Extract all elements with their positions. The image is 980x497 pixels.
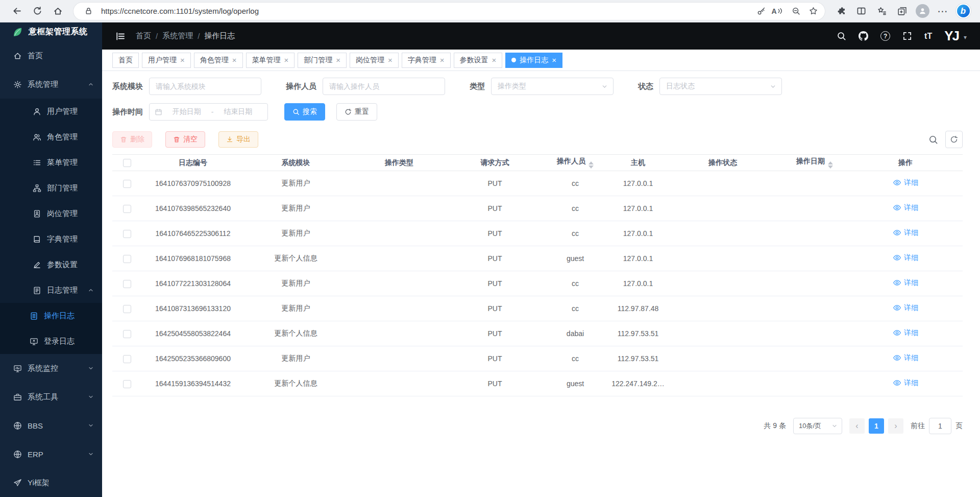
- sidebar-item-log-mgmt[interactable]: 日志管理: [0, 277, 102, 303]
- close-icon[interactable]: ×: [336, 56, 340, 64]
- jump-input[interactable]: [929, 418, 951, 434]
- row-checkbox[interactable]: [123, 380, 131, 388]
- sort-icon[interactable]: [589, 161, 594, 169]
- table-row[interactable]: 1644159136394514432 更新个人信息 PUT guest 122…: [112, 371, 963, 396]
- sidebar-toggle-icon[interactable]: [115, 31, 126, 41]
- detail-link[interactable]: 详细: [893, 378, 918, 388]
- fullscreen-icon[interactable]: [902, 31, 912, 41]
- sidebar-item-login-log[interactable]: 登录日志: [0, 328, 102, 354]
- close-icon[interactable]: ×: [492, 56, 497, 64]
- close-icon[interactable]: ×: [284, 56, 289, 64]
- sidebar-item-bbs[interactable]: BBS: [0, 411, 102, 440]
- address-bar[interactable]: https://ccnetcore.com:1101/system/log/op…: [74, 3, 825, 20]
- select-all-checkbox[interactable]: [123, 159, 131, 167]
- row-checkbox[interactable]: [123, 280, 131, 288]
- tab-oper-log[interactable]: 操作日志×: [505, 53, 562, 68]
- next-page-button[interactable]: ›: [888, 418, 903, 434]
- sidebar-item-system-monitor[interactable]: 系统监控: [0, 354, 102, 383]
- row-checkbox[interactable]: [123, 305, 131, 313]
- password-key-icon[interactable]: [752, 4, 770, 19]
- row-checkbox[interactable]: [123, 355, 131, 363]
- app-logo[interactable]: 意框架管理系统: [0, 22, 102, 41]
- table-search-icon[interactable]: [928, 135, 938, 145]
- row-checkbox[interactable]: [123, 230, 131, 238]
- sidebar-item-dept-mgmt[interactable]: 部门管理: [0, 175, 102, 201]
- tab-home[interactable]: 首页: [112, 53, 139, 68]
- tab-post-mgmt[interactable]: 岗位管理×: [350, 53, 399, 68]
- search-button[interactable]: 搜索: [284, 103, 325, 121]
- table-row[interactable]: 1641077221303128064 更新用户 PUT cc 127.0.0.…: [112, 271, 963, 296]
- split-screen-icon[interactable]: [851, 2, 871, 20]
- page-size-select[interactable]: 10条/页: [793, 418, 842, 434]
- close-icon[interactable]: ×: [232, 56, 237, 64]
- sidebar-item-system-mgmt[interactable]: 系统管理: [0, 70, 102, 99]
- back-icon[interactable]: [7, 2, 27, 20]
- table-row[interactable]: 1641076398565232640 更新用户 PUT cc 127.0.0.…: [112, 196, 963, 221]
- detail-link[interactable]: 详细: [893, 278, 918, 288]
- table-row[interactable]: 1641087313696133120 更新用户 PUT cc 112.97.8…: [112, 296, 963, 321]
- clear-button[interactable]: 清空: [165, 131, 205, 148]
- detail-link[interactable]: 详细: [893, 328, 918, 338]
- breadcrumb-home[interactable]: 首页: [136, 31, 151, 41]
- detail-link[interactable]: 详细: [893, 228, 918, 238]
- module-input[interactable]: [149, 78, 261, 95]
- tab-menu-mgmt[interactable]: 菜单管理×: [246, 53, 295, 68]
- user-caret-icon[interactable]: ▾: [964, 34, 967, 44]
- url-text[interactable]: https://ccnetcore.com:1101/system/log/op…: [101, 7, 752, 15]
- copilot-bing-icon[interactable]: b: [953, 2, 973, 20]
- sidebar-item-param-settings[interactable]: 参数设置: [0, 252, 102, 277]
- col-operator[interactable]: 操作人员: [539, 155, 611, 171]
- status-select[interactable]: 日志状态: [659, 78, 782, 95]
- tab-param-settings[interactable]: 参数设置×: [454, 53, 503, 68]
- prev-page-button[interactable]: ‹: [849, 418, 865, 434]
- detail-link[interactable]: 详细: [893, 203, 918, 212]
- read-aloud-icon[interactable]: A: [770, 4, 787, 19]
- tab-dept-mgmt[interactable]: 部门管理×: [298, 53, 347, 68]
- breadcrumb-system[interactable]: 系统管理: [162, 31, 193, 41]
- reset-button[interactable]: 重置: [336, 103, 377, 121]
- search-icon[interactable]: [837, 31, 846, 41]
- collections-icon[interactable]: [892, 2, 912, 20]
- table-row[interactable]: 1641076465225306112 更新用户 PUT cc 127.0.0.…: [112, 221, 963, 246]
- export-button[interactable]: 导出: [218, 131, 258, 148]
- sidebar-item-role-mgmt[interactable]: 角色管理: [0, 124, 102, 150]
- date-range-picker[interactable]: 开始日期 - 结束日期: [149, 103, 268, 121]
- sidebar-item-home[interactable]: 首页: [0, 41, 102, 70]
- font-size-icon[interactable]: tT: [924, 32, 932, 41]
- table-row[interactable]: 1642505235366809600 更新用户 PUT cc 112.97.5…: [112, 346, 963, 371]
- operator-input[interactable]: [323, 78, 445, 95]
- github-icon[interactable]: [859, 31, 868, 41]
- table-refresh-icon[interactable]: [945, 131, 963, 148]
- help-icon[interactable]: ?: [880, 31, 890, 41]
- favorite-star-icon[interactable]: [804, 4, 822, 19]
- detail-link[interactable]: 详细: [893, 303, 918, 313]
- row-checkbox[interactable]: [123, 205, 131, 213]
- close-icon[interactable]: ×: [552, 56, 556, 64]
- close-icon[interactable]: ×: [440, 56, 445, 64]
- sidebar-item-dict-mgmt[interactable]: 字典管理: [0, 226, 102, 252]
- sidebar-item-yi-framework[interactable]: Yi框架: [0, 468, 102, 497]
- sidebar-item-oper-log[interactable]: 操作日志: [0, 303, 102, 328]
- tab-role-mgmt[interactable]: 角色管理×: [194, 53, 243, 68]
- favorites-bar-icon[interactable]: [872, 2, 891, 20]
- page-1-button[interactable]: 1: [869, 418, 884, 434]
- close-icon[interactable]: ×: [180, 56, 185, 64]
- detail-link[interactable]: 详细: [893, 253, 918, 263]
- home-icon[interactable]: [48, 2, 67, 20]
- more-menu-icon[interactable]: ⋯: [933, 2, 952, 20]
- user-logo[interactable]: YJ: [944, 28, 959, 44]
- extensions-icon[interactable]: [831, 2, 850, 20]
- sidebar-item-erp[interactable]: ERP: [0, 440, 102, 468]
- table-row[interactable]: 1641076370975100928 更新用户 PUT cc 127.0.0.…: [112, 171, 963, 196]
- table-row[interactable]: 1641076968181075968 更新个人信息 PUT guest 127…: [112, 246, 963, 271]
- row-checkbox[interactable]: [123, 255, 131, 263]
- sort-icon[interactable]: [828, 161, 833, 169]
- detail-link[interactable]: 详细: [893, 353, 918, 363]
- close-icon[interactable]: ×: [388, 56, 393, 64]
- type-select[interactable]: 操作类型: [491, 78, 614, 95]
- profile-avatar[interactable]: [913, 2, 932, 20]
- tab-dict-mgmt[interactable]: 字典管理×: [402, 53, 451, 68]
- sidebar-item-menu-mgmt[interactable]: 菜单管理: [0, 150, 102, 175]
- row-checkbox[interactable]: [123, 180, 131, 188]
- tab-user-mgmt[interactable]: 用户管理×: [142, 53, 191, 68]
